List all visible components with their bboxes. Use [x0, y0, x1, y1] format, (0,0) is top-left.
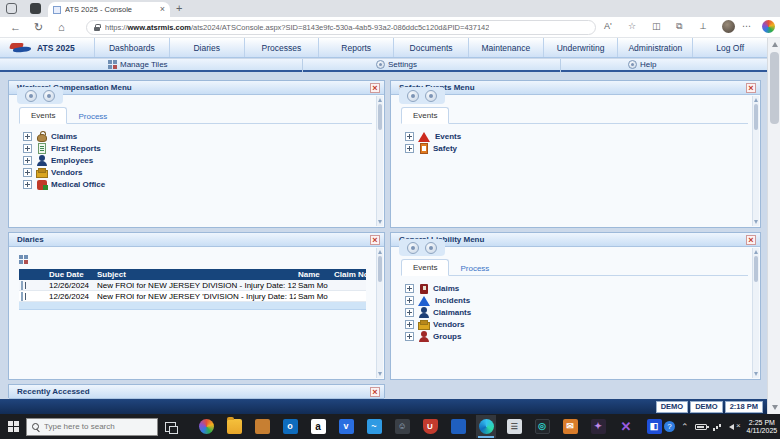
selected-row-highlight[interactable]	[19, 302, 366, 310]
read-aloud-icon[interactable]: Aʹ	[604, 21, 612, 32]
taskbar-search[interactable]	[26, 418, 158, 436]
panel-header[interactable]: Safety Events Menu	[391, 81, 760, 95]
close-icon[interactable]	[746, 83, 756, 93]
taskbar-app-briefcase[interactable]	[252, 415, 272, 438]
nav-item-maintenance[interactable]: Maintenance	[468, 38, 543, 57]
help-button[interactable]: Help	[628, 60, 656, 69]
page-scrollbar[interactable]	[767, 38, 780, 414]
taskbar-app-amazon[interactable]: a	[308, 415, 328, 438]
address-bar[interactable]: https://www.atsrmis.com/ats2024/ATSConso…	[86, 20, 596, 35]
scrollbar-thumb[interactable]	[754, 256, 758, 282]
pin-icon[interactable]	[43, 90, 55, 102]
tree-item-employees[interactable]: Employees	[23, 155, 370, 165]
taskbar-app-file-explorer[interactable]	[224, 415, 244, 438]
scrollbar-thumb[interactable]	[378, 104, 382, 130]
taskbar-app-blue-v[interactable]: v	[336, 415, 356, 438]
scrollbar-thumb[interactable]	[378, 256, 382, 282]
tray-chevron-icon[interactable]: ⌃	[681, 422, 689, 432]
browser-tab[interactable]: ATS 2025 - Console ×	[48, 2, 170, 17]
tab-events[interactable]: Events	[401, 259, 449, 276]
tab-process[interactable]: Process	[67, 109, 118, 124]
collections-icon[interactable]: ⧉	[676, 21, 682, 32]
tree-item-safety[interactable]: Safety	[405, 143, 746, 153]
taskbar-app-webex[interactable]: ◎	[532, 415, 552, 438]
nav-item-dashboards[interactable]: Dashboards	[94, 38, 169, 57]
panel-scrollbar[interactable]	[752, 248, 759, 378]
expand-icon[interactable]	[405, 332, 414, 341]
col-claim-no[interactable]: Claim No	[332, 270, 366, 279]
close-icon[interactable]	[370, 83, 380, 93]
profile-avatar[interactable]	[722, 20, 735, 33]
tree-item-claims[interactable]: Claims	[405, 283, 746, 293]
scrollbar-thumb[interactable]	[770, 52, 779, 124]
close-icon[interactable]	[370, 387, 380, 397]
expand-icon[interactable]	[23, 168, 32, 177]
grid-view-icon[interactable]	[19, 255, 29, 265]
volume-muted-icon[interactable]	[729, 422, 741, 431]
table-row[interactable]: 12/26/2024 New FROI for NEW JERSEY 'DIVI…	[19, 291, 366, 302]
manage-tiles-button[interactable]: Manage Tiles	[108, 60, 168, 69]
taskbar-app-outlook[interactable]: o	[280, 415, 300, 438]
favorites-star-icon[interactable]: ☆	[628, 21, 636, 32]
row-expand-icon[interactable]	[21, 281, 23, 290]
panel-header[interactable]: Recently Accessed	[9, 385, 384, 399]
close-icon[interactable]	[370, 235, 380, 245]
nav-item-processes[interactable]: Processes	[244, 38, 319, 57]
info-icon[interactable]	[407, 242, 419, 254]
nav-item-administration[interactable]: Administration	[617, 38, 692, 57]
tree-item-vendors[interactable]: Vendors	[405, 319, 746, 329]
tree-item-groups[interactable]: Groups	[405, 331, 746, 341]
pin-icon[interactable]	[425, 90, 437, 102]
taskbar-app-people[interactable]: ☺	[392, 415, 412, 438]
nav-item-diaries[interactable]: Diaries	[169, 38, 244, 57]
panel-header[interactable]: Diaries	[9, 233, 384, 247]
taskbar-app-edge[interactable]	[476, 415, 496, 438]
taskbar-app-notepad[interactable]: ☰	[504, 415, 524, 438]
taskbar-app-blue-square[interactable]	[448, 415, 468, 438]
panel-scrollbar[interactable]	[752, 96, 759, 226]
row-expand-icon[interactable]	[21, 292, 23, 301]
expand-icon[interactable]	[405, 320, 414, 329]
expand-icon[interactable]	[405, 132, 414, 141]
col-due-date[interactable]: Due Date	[47, 270, 95, 279]
scroll-up-icon[interactable]	[772, 42, 778, 47]
taskbar-app-pinwheel[interactable]	[196, 415, 216, 438]
expand-icon[interactable]	[23, 180, 32, 189]
pin-icon[interactable]	[425, 242, 437, 254]
tab-events[interactable]: Events	[401, 107, 449, 124]
panel-header[interactable]: Workers' Compensation Menu	[9, 81, 384, 95]
taskbar-app-antivirus[interactable]: U	[420, 415, 440, 438]
network-icon[interactable]	[713, 423, 723, 431]
refresh-icon[interactable]: ↻	[34, 20, 43, 34]
tab-events[interactable]: Events	[19, 107, 67, 124]
tree-item-first-reports[interactable]: First Reports	[23, 143, 370, 153]
tree-item-vendors[interactable]: Vendors	[23, 167, 370, 177]
expand-icon[interactable]	[405, 284, 414, 293]
taskbar-app-assistant[interactable]: ✦	[588, 415, 608, 438]
table-row[interactable]: 12/26/2024 New FROI for NEW JERSEY DIVIS…	[19, 280, 366, 291]
expand-icon[interactable]	[23, 156, 32, 165]
help-tray-icon[interactable]: ?	[664, 421, 675, 432]
info-icon[interactable]	[25, 90, 37, 102]
info-icon[interactable]	[407, 90, 419, 102]
panel-header[interactable]: General Liability Menu	[391, 233, 760, 247]
tree-item-medical-office[interactable]: Medical Office	[23, 179, 370, 189]
taskbar-app-blue-window[interactable]: ◧	[644, 415, 664, 438]
tree-item-events[interactable]: Events	[405, 131, 746, 141]
scroll-down-icon[interactable]	[772, 405, 778, 410]
col-name[interactable]: Name	[296, 270, 332, 279]
workspaces-icon[interactable]	[6, 3, 17, 14]
nav-item-log-off[interactable]: Log Off	[692, 38, 767, 57]
start-button[interactable]	[0, 414, 26, 439]
expand-icon[interactable]	[405, 144, 414, 153]
close-icon[interactable]	[746, 235, 756, 245]
panel-scrollbar[interactable]	[376, 96, 383, 226]
expand-icon[interactable]	[23, 144, 32, 153]
scrollbar-thumb[interactable]	[754, 104, 758, 130]
tree-item-claimants[interactable]: Claimants	[405, 307, 746, 317]
search-input[interactable]	[44, 422, 152, 431]
tab-close-icon[interactable]: ×	[160, 5, 165, 14]
new-tab-button[interactable]: +	[176, 3, 182, 14]
split-screen-icon[interactable]: ◫	[652, 21, 661, 32]
nav-item-documents[interactable]: Documents	[393, 38, 468, 57]
